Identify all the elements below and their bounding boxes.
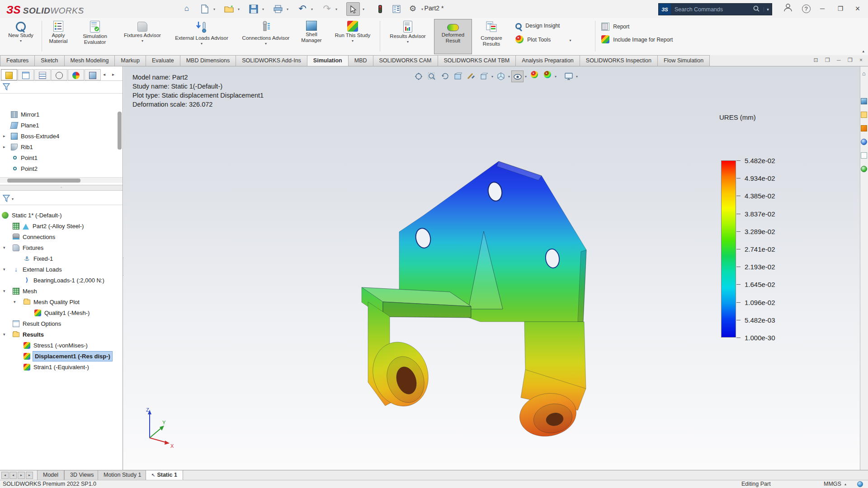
external-loads-advisor-button[interactable]: External Loads Advisor ▾: [168, 19, 235, 54]
splitter-handle[interactable]: ◦: [61, 185, 62, 190]
minimize-button[interactable]: ─: [815, 3, 830, 15]
deformed-result-button[interactable]: Deformed Result: [434, 19, 472, 54]
study-item-mesh[interactable]: ▾ Mesh: [0, 286, 123, 296]
study-item-fixtures[interactable]: ▾ Fixtures: [0, 243, 123, 253]
apply-material-button[interactable]: Apply Material: [44, 19, 72, 54]
new-study-button[interactable]: New Study ▾: [3, 19, 39, 54]
tab-sketch[interactable]: Sketch: [34, 55, 64, 66]
tab-displaymanager[interactable]: [68, 69, 84, 80]
fixtures-advisor-button[interactable]: Fixtures Advisor ▾: [118, 19, 166, 54]
tab-markup[interactable]: Markup: [114, 55, 146, 66]
custom-properties-icon[interactable]: [861, 152, 867, 159]
tab-mbd[interactable]: MBD: [348, 55, 373, 66]
tab-mesh-modeling[interactable]: Mesh Modeling: [64, 55, 115, 66]
study-item-fixed1[interactable]: ⚓ Fixed-1: [0, 253, 123, 264]
appearances-icon[interactable]: [861, 139, 867, 145]
tab-simulation[interactable]: Simulation: [307, 55, 349, 66]
tab-solidworks-add-ins[interactable]: SOLIDWORKS Add-Ins: [236, 55, 307, 66]
tab-solidworks-cam-tbm[interactable]: SOLIDWORKS CAM TBM: [438, 55, 516, 66]
filter-funnel-icon[interactable]: [3, 83, 10, 92]
study-item-strain1[interactable]: Strain1 (-Equivalent-): [0, 362, 123, 372]
collapse-arrow[interactable]: ▾: [3, 329, 5, 340]
pane-display-controls[interactable]: ⊡ ❐ ─ ❐ ×: [814, 57, 865, 63]
tree-item-boss-extrude4[interactable]: ▸ Boss-Extrude4: [0, 131, 123, 141]
file-explorer-icon[interactable]: [861, 112, 867, 118]
panel-splitter[interactable]: ◦: [0, 185, 123, 191]
run-study-caret[interactable]: ▾: [329, 39, 376, 43]
tree-item-point2[interactable]: Point2: [0, 164, 123, 174]
first-tab-button[interactable]: ◂: [1, 472, 9, 479]
connections-advisor-button[interactable]: Connections Advisor ▾: [237, 19, 295, 54]
collapse-arrow[interactable]: ▾: [3, 286, 5, 296]
filter-caret[interactable]: ▾: [12, 197, 14, 201]
tab-configurationmanager[interactable]: [34, 69, 51, 80]
study-item-mesh-quality-plot[interactable]: ▾ Mesh Quality Plot: [0, 297, 123, 307]
study-item-result-options[interactable]: Result Options: [0, 319, 123, 329]
filter-funnel-icon[interactable]: [3, 195, 10, 204]
study-item-quality1[interactable]: Quality1 (-Mesh-): [0, 308, 123, 318]
tree-item-point1[interactable]: Point1: [0, 153, 123, 163]
collapse-arrow[interactable]: ▾: [3, 264, 5, 275]
tab-flow-simulation[interactable]: Flow Simulation: [657, 55, 710, 66]
doc-tab-model[interactable]: Model: [37, 470, 64, 480]
simulation-evaluator-button[interactable]: Simulation Evaluator: [73, 19, 117, 54]
search-commands-box[interactable]: ЗS Search Commands ▾: [658, 3, 772, 15]
tab-mbd-dimensions[interactable]: MBD Dimensions: [180, 55, 236, 66]
study-item-displacement1[interactable]: Displacement1 (-Res disp-): [0, 351, 123, 361]
run-this-study-button[interactable]: Run This Study ▾: [329, 19, 376, 54]
search-icon[interactable]: [753, 5, 764, 14]
tree-tabs-next-arrow[interactable]: ▸: [112, 72, 114, 77]
restore-button[interactable]: ❐: [833, 3, 848, 15]
connections-caret[interactable]: ▾: [237, 42, 295, 46]
tab-cam-manager[interactable]: [85, 69, 101, 80]
tab-featuremanager[interactable]: [1, 69, 17, 80]
tree-tabs-prev-arrow[interactable]: ◂: [103, 72, 105, 77]
include-image-for-report-button[interactable]: Include Image for Report: [601, 35, 673, 46]
forum-icon[interactable]: [861, 166, 867, 172]
task-pane-home-button[interactable]: ⌂: [860, 70, 868, 77]
tree-item-mirror1[interactable]: Mirror1: [0, 109, 123, 120]
search-caret[interactable]: ▾: [764, 7, 772, 12]
view-palette-icon[interactable]: [861, 125, 867, 131]
units-caret[interactable]: ▴: [844, 482, 846, 486]
tab-analysis-preparation[interactable]: Analysis Preparation: [515, 55, 580, 66]
doc-tab-static-1[interactable]: ↖Static 1: [146, 470, 183, 480]
search-input[interactable]: Search Commands: [671, 6, 753, 13]
compare-results-button[interactable]: Compare Results: [474, 19, 509, 54]
plot-tools-button[interactable]: Plot Tools ▾: [515, 35, 571, 46]
tab-dimxpertmanager[interactable]: [51, 69, 67, 80]
study-item-part2[interactable]: Part2 (-Alloy Steel-): [0, 221, 123, 231]
collapse-arrow[interactable]: ▾: [3, 243, 5, 253]
study-item-static1[interactable]: Static 1* (-Default-): [0, 210, 123, 221]
help-button[interactable]: ?: [798, 3, 814, 15]
study-item-results[interactable]: ▾ Results: [0, 329, 123, 340]
report-button[interactable]: Report: [601, 23, 629, 33]
doc-tab-motion-study-1[interactable]: Motion Study 1: [98, 470, 147, 480]
tab-evaluate[interactable]: Evaluate: [146, 55, 180, 66]
last-tab-button[interactable]: ▸: [26, 472, 33, 479]
study-item-bearingloads1[interactable]: ⟩ BearingLoads-1 (:2,000 N:): [0, 275, 123, 286]
shell-manager-button[interactable]: Shell Manager: [297, 19, 326, 54]
plot-tools-caret[interactable]: ▾: [570, 38, 571, 42]
design-library-icon[interactable]: [861, 98, 867, 104]
tab-solidworks-inspection[interactable]: SOLIDWORKS Inspection: [580, 55, 658, 66]
results-advisor-caret[interactable]: ▾: [383, 40, 432, 44]
graphics-viewport[interactable]: Model name: Part2 Study name: Static 1(-…: [123, 66, 860, 470]
account-button[interactable]: [780, 3, 796, 15]
results-advisor-button[interactable]: Results Advisor ▾: [383, 19, 432, 54]
collapse-arrow[interactable]: ▾: [14, 297, 16, 307]
tab-features[interactable]: Features: [0, 55, 35, 66]
expand-arrow[interactable]: ▸: [3, 142, 5, 152]
study-item-external-loads[interactable]: ▾ ↓ External Loads: [0, 264, 123, 275]
next-tab-button[interactable]: ▸: [18, 472, 25, 479]
doc-tab-3d-views[interactable]: 3D Views: [64, 470, 100, 480]
new-study-caret[interactable]: ▾: [3, 39, 39, 43]
tab-solidworks-cam[interactable]: SOLIDWORKS CAM: [373, 55, 438, 66]
globe-icon[interactable]: [857, 481, 863, 487]
study-item-connections[interactable]: Connections: [0, 232, 123, 242]
fixtures-advisor-caret[interactable]: ▾: [118, 39, 166, 43]
close-button[interactable]: ×: [850, 3, 865, 15]
feature-tree-hscroll-track[interactable]: [0, 177, 123, 183]
units-selector[interactable]: MMGS: [824, 481, 841, 487]
design-insight-button[interactable]: Design Insight: [515, 23, 560, 33]
